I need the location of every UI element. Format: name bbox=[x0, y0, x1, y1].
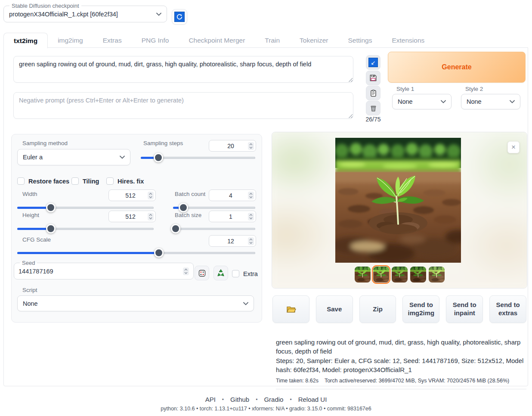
style1-label: Style 1 bbox=[396, 86, 414, 92]
checkbox-icon bbox=[106, 177, 114, 185]
gallery-thumbnail-2-selected[interactable] bbox=[373, 267, 389, 283]
trash-can-icon bbox=[369, 104, 377, 112]
stepper-icon[interactable] bbox=[148, 192, 154, 199]
tab-png-info[interactable]: PNG Info bbox=[132, 33, 179, 48]
gallery-thumbnail-5[interactable] bbox=[429, 267, 445, 283]
sampling-method-label: Sampling method bbox=[22, 140, 68, 146]
version-info: python: 3.10.6 • torch: 1.13.1+cu117 • x… bbox=[0, 406, 532, 412]
batch-count-label: Batch count bbox=[175, 191, 205, 197]
slider-knob[interactable] bbox=[154, 248, 164, 258]
extra-seed-checkbox[interactable]: Extra bbox=[232, 270, 258, 277]
slider-knob[interactable] bbox=[179, 203, 188, 212]
chevron-down-icon bbox=[441, 100, 446, 103]
info-params: Steps: 20, Sampler: Euler a, CFG scale: … bbox=[276, 356, 526, 375]
tab-txt2img[interactable]: txt2img bbox=[3, 33, 48, 48]
txt2img-panel: green sapling rowing out of ground, mud,… bbox=[3, 47, 528, 386]
height-slider[interactable] bbox=[17, 224, 154, 234]
send-to-img2img-button[interactable]: Send to img2img bbox=[402, 295, 439, 323]
send-to-extras-button[interactable]: Send to extras bbox=[489, 295, 526, 323]
tab-tokenizer[interactable]: Tokenizer bbox=[290, 33, 338, 48]
height-input[interactable]: 512 bbox=[108, 211, 156, 222]
checkpoint-label: Stable Diffusion checkpoint bbox=[9, 3, 81, 9]
tab-img2img[interactable]: img2img bbox=[48, 33, 93, 48]
sampling-steps-slider[interactable] bbox=[141, 153, 255, 163]
open-folder-button[interactable] bbox=[272, 295, 309, 323]
tab-extensions[interactable]: Extensions bbox=[382, 33, 434, 48]
stepper-icon[interactable] bbox=[248, 213, 254, 220]
chevron-down-icon bbox=[243, 302, 248, 305]
batch-size-input[interactable]: 1 bbox=[209, 211, 256, 222]
hires-fix-checkbox[interactable]: Hires. fix bbox=[106, 177, 144, 185]
width-label: Width bbox=[22, 191, 37, 197]
sampling-steps-input[interactable]: 20 bbox=[209, 140, 256, 152]
script-dropdown[interactable]: None bbox=[17, 295, 254, 311]
save-style-button[interactable] bbox=[366, 71, 380, 85]
gallery-thumbnail-3[interactable] bbox=[392, 267, 408, 283]
slider-knob[interactable] bbox=[46, 203, 56, 212]
style1-dropdown[interactable]: None bbox=[392, 94, 452, 109]
token-counter: 26/75 bbox=[364, 116, 383, 123]
style2-dropdown[interactable]: None bbox=[461, 94, 520, 109]
slider-knob[interactable] bbox=[46, 224, 56, 233]
tab-extras[interactable]: Extras bbox=[93, 33, 132, 48]
send-to-inpaint-button[interactable]: Send to inpaint bbox=[446, 295, 483, 323]
zip-button[interactable]: Zip bbox=[359, 295, 396, 323]
paste-arrow-icon: ↙ bbox=[368, 58, 378, 67]
seed-label: Seed bbox=[20, 260, 37, 266]
seed-input[interactable]: 1441787169 bbox=[18, 266, 190, 276]
checkbox-icon bbox=[232, 270, 239, 277]
stepper-icon[interactable] bbox=[248, 142, 254, 150]
stepper-icon[interactable] bbox=[248, 192, 254, 199]
refresh-checkpoints-button[interactable] bbox=[172, 9, 187, 25]
chevron-down-icon bbox=[156, 12, 161, 16]
tab-settings[interactable]: Settings bbox=[338, 33, 382, 48]
sampling-steps-label: Sampling steps bbox=[143, 140, 183, 146]
restore-faces-checkbox[interactable]: Restore faces bbox=[17, 177, 69, 185]
reuse-seed-button[interactable] bbox=[213, 266, 228, 280]
gallery-thumbnail-1[interactable] bbox=[355, 267, 371, 283]
tab-checkpoint-merger[interactable]: Checkpoint Merger bbox=[179, 33, 255, 48]
api-link[interactable]: API bbox=[205, 396, 216, 403]
info-prompt: green sapling rowing out of ground, mud,… bbox=[276, 338, 526, 356]
save-button[interactable]: Save bbox=[316, 295, 353, 323]
stepper-icon[interactable] bbox=[148, 213, 154, 220]
gradio-link[interactable]: Gradio bbox=[264, 396, 283, 403]
tiling-checkbox[interactable]: Tiling bbox=[71, 177, 99, 185]
checkpoint-dropdown[interactable]: protogenX34OfficialR_1.ckpt [60fe2f34] bbox=[7, 9, 163, 19]
checkbox-icon bbox=[71, 177, 79, 185]
stable-diffusion-webui: Stable Diffusion checkpoint protogenX34O… bbox=[0, 0, 532, 416]
cfg-scale-slider[interactable] bbox=[17, 248, 255, 258]
gallery-thumbnail-4[interactable] bbox=[410, 267, 426, 283]
sampling-method-dropdown[interactable]: Euler a bbox=[17, 149, 130, 165]
read-generation-params-button[interactable]: ↙ bbox=[366, 55, 380, 70]
checkpoint-selector: Stable Diffusion checkpoint protogenX34O… bbox=[3, 3, 167, 22]
reload-ui-link[interactable]: Reload UI bbox=[298, 396, 327, 403]
vram-usage: Torch active/reserved: 3699/4702 MiB, Sy… bbox=[325, 378, 509, 384]
cfg-scale-input[interactable]: 12 bbox=[209, 235, 256, 247]
apply-style-button[interactable] bbox=[366, 86, 380, 100]
clear-prompt-button[interactable] bbox=[366, 101, 380, 115]
generation-settings-panel: Sampling method Euler a Sampling steps 2… bbox=[11, 134, 262, 323]
bullet-separator: • bbox=[256, 397, 257, 403]
random-seed-button[interactable] bbox=[195, 266, 209, 280]
slider-knob[interactable] bbox=[171, 224, 180, 233]
tab-train[interactable]: Train bbox=[255, 33, 290, 48]
stepper-icon[interactable] bbox=[248, 237, 254, 245]
generated-image[interactable] bbox=[335, 138, 461, 263]
generate-button[interactable]: Generate bbox=[388, 52, 526, 83]
chevron-down-icon bbox=[120, 155, 125, 159]
negative-prompt-input[interactable] bbox=[13, 92, 353, 119]
recycle-icon bbox=[216, 268, 226, 278]
batch-size-slider[interactable] bbox=[173, 224, 255, 234]
stepper-icon[interactable] bbox=[183, 267, 189, 275]
gallery-thumbnails bbox=[272, 267, 527, 283]
output-column: × Save Zip S bbox=[272, 132, 527, 382]
width-input[interactable]: 512 bbox=[108, 189, 156, 201]
batch-count-input[interactable]: 4 bbox=[209, 189, 256, 201]
github-link[interactable]: Github bbox=[230, 396, 249, 403]
prompt-input[interactable]: green sapling rowing out of ground, mud,… bbox=[13, 56, 353, 83]
bullet-separator: • bbox=[290, 397, 291, 403]
slider-knob[interactable] bbox=[154, 153, 163, 162]
close-gallery-button[interactable]: × bbox=[507, 141, 520, 153]
batch-size-label: Batch size bbox=[175, 212, 201, 218]
